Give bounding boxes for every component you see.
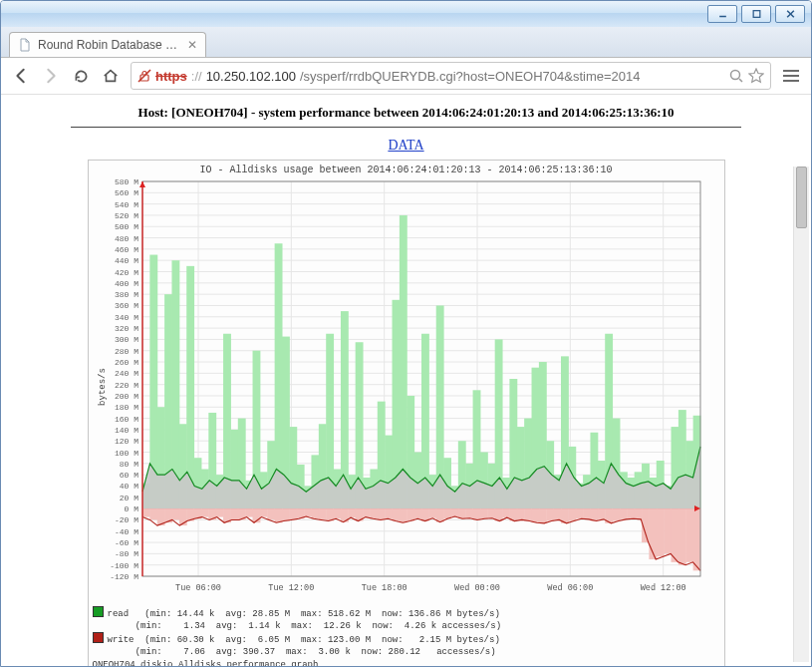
svg-rect-184: [245, 508, 253, 516]
svg-text:320 M: 320 M: [114, 324, 137, 333]
svg-rect-189: [282, 508, 290, 520]
divider: [71, 127, 741, 128]
svg-text:Tue 06:00: Tue 06:00: [175, 583, 221, 593]
svg-line-7: [739, 79, 742, 82]
svg-rect-228: [568, 508, 576, 520]
svg-text:340 M: 340 M: [114, 313, 137, 322]
svg-text:100 M: 100 M: [114, 449, 137, 458]
svg-rect-216: [479, 508, 487, 518]
svg-rect-195: [326, 508, 334, 520]
svg-rect-188: [274, 508, 282, 522]
svg-rect-222: [524, 508, 532, 520]
browser-toolbar: https :// 10.250.102.100 /sysperf/rrdbQU…: [1, 58, 811, 95]
maximize-button[interactable]: [741, 5, 771, 23]
svg-rect-200: [363, 508, 371, 516]
close-button[interactable]: [775, 5, 805, 23]
svg-text:400 M: 400 M: [114, 279, 137, 288]
svg-text:300 M: 300 M: [114, 335, 137, 344]
svg-text:-80 M: -80 M: [114, 549, 137, 558]
svg-rect-224: [538, 508, 546, 523]
forward-button[interactable]: [41, 66, 61, 86]
svg-rect-205: [399, 508, 406, 522]
svg-rect-204: [392, 508, 400, 520]
url-input[interactable]: https :// 10.250.102.100 /sysperf/rrdbQU…: [131, 62, 771, 90]
svg-rect-223: [531, 508, 539, 522]
svg-text:220 M: 220 M: [114, 381, 137, 390]
tab-strip: Round Robin Database Qu ✕: [1, 27, 811, 58]
svg-rect-221: [516, 508, 524, 519]
svg-rect-193: [311, 508, 319, 518]
page-title: Host: [ONEOH704] - system performance be…: [31, 105, 781, 121]
svg-rect-208: [421, 508, 429, 520]
svg-rect-219: [502, 508, 510, 517]
svg-rect-230: [583, 508, 591, 519]
svg-rect-215: [472, 508, 480, 519]
svg-text:520 M: 520 M: [114, 211, 137, 220]
chart-frame: IO - Alldisks usage between 2014:06:24:0…: [88, 160, 725, 666]
legend-write-label: write: [108, 635, 145, 645]
chart-title: IO - Alldisks usage between 2014:06:24:0…: [93, 165, 720, 175]
svg-text:160 M: 160 M: [114, 415, 137, 424]
url-scheme: https: [155, 69, 187, 84]
svg-text:460 M: 460 M: [114, 245, 137, 254]
svg-rect-171: [149, 508, 157, 519]
menu-button[interactable]: [781, 66, 801, 86]
svg-rect-186: [259, 508, 267, 516]
svg-rect-174: [171, 508, 179, 519]
svg-text:500 M: 500 M: [114, 222, 137, 231]
reload-button[interactable]: [71, 66, 91, 86]
svg-rect-234: [612, 508, 620, 520]
svg-rect-211: [443, 508, 451, 518]
tab-title: Round Robin Database Qu: [38, 38, 181, 52]
legend-swatch-read: [93, 606, 104, 617]
svg-rect-241: [664, 508, 672, 553]
svg-text:260 M: 260 M: [114, 358, 137, 367]
svg-rect-245: [692, 508, 700, 570]
svg-rect-112: [274, 243, 282, 508]
svg-rect-202: [377, 508, 385, 519]
data-link[interactable]: DATA: [31, 138, 781, 154]
browser-tab[interactable]: Round Robin Database Qu ✕: [9, 32, 206, 57]
svg-rect-232: [597, 508, 605, 519]
url-host: 10.250.102.100: [206, 69, 296, 84]
svg-text:-60 M: -60 M: [114, 538, 137, 547]
svg-text:140 M: 140 M: [114, 426, 137, 435]
svg-rect-201: [370, 508, 378, 518]
svg-rect-209: [428, 508, 436, 518]
svg-text:580 M: 580 M: [114, 177, 137, 186]
bookmark-star-icon[interactable]: [748, 68, 764, 84]
svg-rect-170: [142, 508, 150, 516]
chart-plot: 580 M560 M540 M520 M500 M480 M460 M440 M…: [93, 177, 718, 596]
svg-point-6: [731, 71, 740, 80]
page-content: Host: [ONEOH704] - system performance be…: [1, 95, 811, 666]
svg-rect-235: [619, 508, 627, 519]
svg-rect-217: [487, 508, 495, 518]
chart-container: IO - Alldisks usage between 2014:06:24:0…: [88, 160, 725, 666]
back-button[interactable]: [11, 66, 31, 86]
svg-text:40 M: 40 M: [119, 482, 137, 491]
svg-text:0 M: 0 M: [124, 504, 138, 513]
svg-text:380 M: 380 M: [114, 290, 137, 299]
svg-rect-1: [753, 11, 760, 18]
page-viewport[interactable]: Host: [ONEOH704] - system performance be…: [1, 95, 811, 666]
svg-rect-129: [399, 215, 406, 508]
minimize-button[interactable]: [707, 5, 737, 23]
svg-rect-178: [200, 508, 208, 516]
ssl-warning-icon: [137, 69, 151, 83]
svg-text:-40 M: -40 M: [114, 527, 137, 536]
svg-rect-231: [590, 508, 598, 520]
scrollbar-thumb[interactable]: [796, 167, 807, 228]
svg-text:Wed 12:00: Wed 12:00: [640, 583, 685, 593]
vertical-scrollbar[interactable]: [793, 167, 809, 662]
svg-rect-244: [685, 508, 693, 562]
svg-text:440 M: 440 M: [114, 256, 137, 265]
svg-text:Wed 00:00: Wed 00:00: [454, 583, 500, 593]
svg-text:540 M: 540 M: [114, 200, 137, 209]
svg-text:Tue 12:00: Tue 12:00: [268, 583, 314, 593]
home-button[interactable]: [101, 66, 121, 86]
svg-text:420 M: 420 M: [114, 268, 137, 277]
svg-rect-187: [267, 508, 275, 519]
svg-rect-236: [627, 508, 635, 518]
svg-rect-192: [304, 508, 312, 516]
close-tab-icon[interactable]: ✕: [187, 39, 197, 51]
